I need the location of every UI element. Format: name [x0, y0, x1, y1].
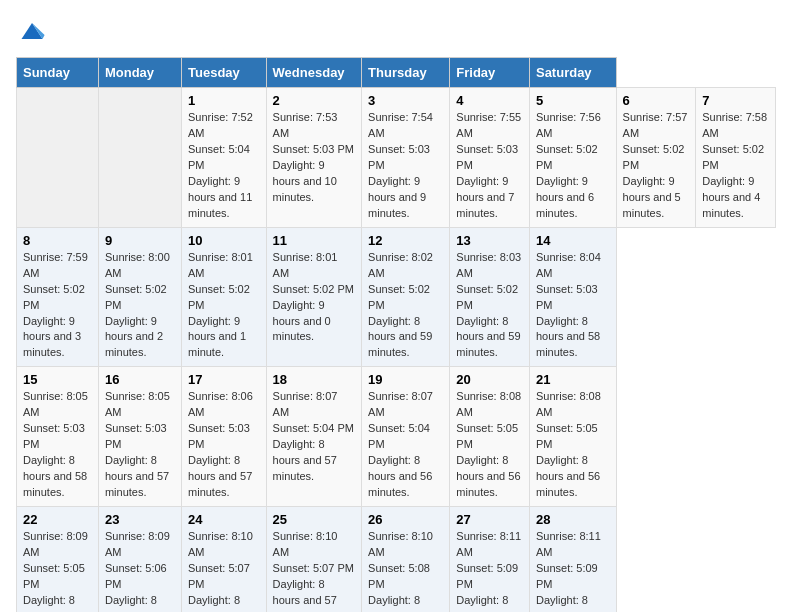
day-cell: 26Sunrise: 8:10 AMSunset: 5:08 PMDayligh… — [362, 506, 450, 612]
day-detail: Sunrise: 8:06 AMSunset: 5:03 PMDaylight:… — [188, 390, 253, 498]
day-detail: Sunrise: 8:10 AMSunset: 5:07 PMDaylight:… — [188, 530, 253, 612]
day-cell: 17Sunrise: 8:06 AMSunset: 5:03 PMDayligh… — [182, 367, 267, 507]
empty-cell — [17, 88, 99, 228]
day-cell: 18Sunrise: 8:07 AMSunset: 5:04 PMDayligh… — [266, 367, 362, 507]
day-number: 16 — [105, 372, 175, 387]
day-number: 4 — [456, 93, 523, 108]
day-cell: 1Sunrise: 7:52 AMSunset: 5:04 PMDaylight… — [182, 88, 267, 228]
day-cell: 25Sunrise: 8:10 AMSunset: 5:07 PMDayligh… — [266, 506, 362, 612]
day-detail: Sunrise: 8:02 AMSunset: 5:02 PMDaylight:… — [368, 251, 433, 359]
day-number: 23 — [105, 512, 175, 527]
day-cell: 9Sunrise: 8:00 AMSunset: 5:02 PMDaylight… — [98, 227, 181, 367]
day-number: 21 — [536, 372, 610, 387]
day-number: 12 — [368, 233, 443, 248]
day-number: 28 — [536, 512, 610, 527]
weekday-header: Tuesday — [182, 58, 267, 88]
day-cell: 27Sunrise: 8:11 AMSunset: 5:09 PMDayligh… — [450, 506, 530, 612]
day-cell: 8Sunrise: 7:59 AMSunset: 5:02 PMDaylight… — [17, 227, 99, 367]
day-cell: 20Sunrise: 8:08 AMSunset: 5:05 PMDayligh… — [450, 367, 530, 507]
day-cell: 5Sunrise: 7:56 AMSunset: 5:02 PMDaylight… — [529, 88, 616, 228]
day-cell: 23Sunrise: 8:09 AMSunset: 5:06 PMDayligh… — [98, 506, 181, 612]
day-number: 19 — [368, 372, 443, 387]
page-header — [16, 16, 776, 49]
day-cell: 6Sunrise: 7:57 AMSunset: 5:02 PMDaylight… — [616, 88, 696, 228]
day-cell: 4Sunrise: 7:55 AMSunset: 5:03 PMDaylight… — [450, 88, 530, 228]
day-cell: 19Sunrise: 8:07 AMSunset: 5:04 PMDayligh… — [362, 367, 450, 507]
day-detail: Sunrise: 8:09 AMSunset: 5:05 PMDaylight:… — [23, 530, 88, 612]
day-detail: Sunrise: 7:54 AMSunset: 5:03 PMDaylight:… — [368, 111, 433, 219]
weekday-header: Monday — [98, 58, 181, 88]
day-detail: Sunrise: 8:07 AMSunset: 5:04 PMDaylight:… — [273, 390, 354, 482]
day-number: 13 — [456, 233, 523, 248]
day-number: 11 — [273, 233, 356, 248]
day-cell: 14Sunrise: 8:04 AMSunset: 5:03 PMDayligh… — [529, 227, 616, 367]
day-detail: Sunrise: 8:04 AMSunset: 5:03 PMDaylight:… — [536, 251, 601, 359]
day-detail: Sunrise: 8:09 AMSunset: 5:06 PMDaylight:… — [105, 530, 170, 612]
day-number: 26 — [368, 512, 443, 527]
day-cell: 12Sunrise: 8:02 AMSunset: 5:02 PMDayligh… — [362, 227, 450, 367]
day-cell: 13Sunrise: 8:03 AMSunset: 5:02 PMDayligh… — [450, 227, 530, 367]
day-cell: 15Sunrise: 8:05 AMSunset: 5:03 PMDayligh… — [17, 367, 99, 507]
day-detail: Sunrise: 7:58 AMSunset: 5:02 PMDaylight:… — [702, 111, 767, 219]
day-number: 25 — [273, 512, 356, 527]
day-detail: Sunrise: 7:52 AMSunset: 5:04 PMDaylight:… — [188, 111, 253, 219]
day-detail: Sunrise: 8:05 AMSunset: 5:03 PMDaylight:… — [105, 390, 170, 498]
weekday-header: Saturday — [529, 58, 616, 88]
day-number: 15 — [23, 372, 92, 387]
calendar-table: SundayMondayTuesdayWednesdayThursdayFrid… — [16, 57, 776, 612]
day-cell: 7Sunrise: 7:58 AMSunset: 5:02 PMDaylight… — [696, 88, 776, 228]
day-detail: Sunrise: 7:53 AMSunset: 5:03 PMDaylight:… — [273, 111, 354, 203]
day-detail: Sunrise: 7:56 AMSunset: 5:02 PMDaylight:… — [536, 111, 601, 219]
day-cell: 22Sunrise: 8:09 AMSunset: 5:05 PMDayligh… — [17, 506, 99, 612]
weekday-header: Thursday — [362, 58, 450, 88]
logo-icon — [18, 16, 46, 44]
day-detail: Sunrise: 8:03 AMSunset: 5:02 PMDaylight:… — [456, 251, 521, 359]
day-number: 22 — [23, 512, 92, 527]
day-cell: 24Sunrise: 8:10 AMSunset: 5:07 PMDayligh… — [182, 506, 267, 612]
day-number: 24 — [188, 512, 260, 527]
day-detail: Sunrise: 8:00 AMSunset: 5:02 PMDaylight:… — [105, 251, 170, 359]
day-number: 14 — [536, 233, 610, 248]
day-number: 10 — [188, 233, 260, 248]
day-detail: Sunrise: 8:07 AMSunset: 5:04 PMDaylight:… — [368, 390, 433, 498]
day-cell: 2Sunrise: 7:53 AMSunset: 5:03 PMDaylight… — [266, 88, 362, 228]
day-cell: 16Sunrise: 8:05 AMSunset: 5:03 PMDayligh… — [98, 367, 181, 507]
day-number: 18 — [273, 372, 356, 387]
day-detail: Sunrise: 7:59 AMSunset: 5:02 PMDaylight:… — [23, 251, 88, 359]
day-number: 27 — [456, 512, 523, 527]
day-number: 6 — [623, 93, 690, 108]
day-detail: Sunrise: 8:10 AMSunset: 5:07 PMDaylight:… — [273, 530, 354, 612]
day-number: 20 — [456, 372, 523, 387]
empty-cell — [98, 88, 181, 228]
weekday-header: Friday — [450, 58, 530, 88]
day-number: 9 — [105, 233, 175, 248]
day-number: 2 — [273, 93, 356, 108]
weekday-header: Wednesday — [266, 58, 362, 88]
day-cell: 28Sunrise: 8:11 AMSunset: 5:09 PMDayligh… — [529, 506, 616, 612]
day-cell: 11Sunrise: 8:01 AMSunset: 5:02 PMDayligh… — [266, 227, 362, 367]
day-detail: Sunrise: 8:01 AMSunset: 5:02 PMDaylight:… — [188, 251, 253, 359]
day-number: 17 — [188, 372, 260, 387]
day-detail: Sunrise: 7:57 AMSunset: 5:02 PMDaylight:… — [623, 111, 688, 219]
day-detail: Sunrise: 8:05 AMSunset: 5:03 PMDaylight:… — [23, 390, 88, 498]
day-number: 5 — [536, 93, 610, 108]
day-number: 3 — [368, 93, 443, 108]
day-detail: Sunrise: 8:08 AMSunset: 5:05 PMDaylight:… — [536, 390, 601, 498]
day-cell: 10Sunrise: 8:01 AMSunset: 5:02 PMDayligh… — [182, 227, 267, 367]
day-number: 1 — [188, 93, 260, 108]
logo — [16, 16, 46, 49]
day-detail: Sunrise: 7:55 AMSunset: 5:03 PMDaylight:… — [456, 111, 521, 219]
day-number: 7 — [702, 93, 769, 108]
day-cell: 3Sunrise: 7:54 AMSunset: 5:03 PMDaylight… — [362, 88, 450, 228]
day-detail: Sunrise: 8:08 AMSunset: 5:05 PMDaylight:… — [456, 390, 521, 498]
day-detail: Sunrise: 8:01 AMSunset: 5:02 PMDaylight:… — [273, 251, 354, 343]
day-detail: Sunrise: 8:11 AMSunset: 5:09 PMDaylight:… — [536, 530, 601, 612]
day-cell: 21Sunrise: 8:08 AMSunset: 5:05 PMDayligh… — [529, 367, 616, 507]
day-number: 8 — [23, 233, 92, 248]
day-detail: Sunrise: 8:11 AMSunset: 5:09 PMDaylight:… — [456, 530, 521, 612]
weekday-header: Sunday — [17, 58, 99, 88]
day-detail: Sunrise: 8:10 AMSunset: 5:08 PMDaylight:… — [368, 530, 433, 612]
